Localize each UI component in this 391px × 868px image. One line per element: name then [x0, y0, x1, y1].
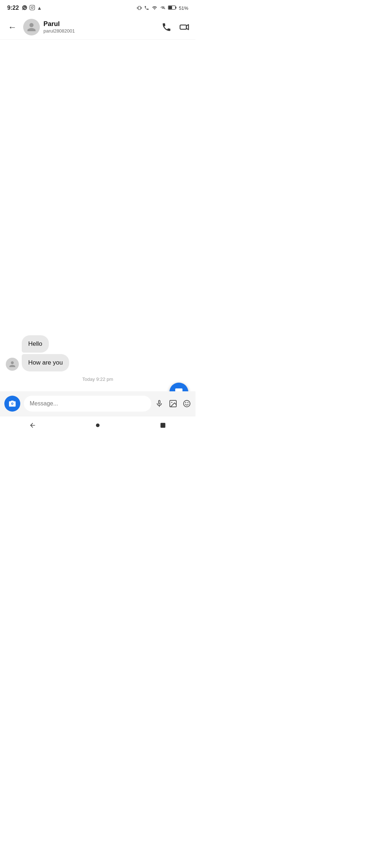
status-time: 9:22 [7, 5, 19, 11]
message-bubble: How are you [22, 354, 69, 371]
nav-back-button[interactable] [29, 422, 36, 429]
instagram-status-icon [29, 5, 35, 12]
contact-avatar [23, 19, 40, 35]
chat-area: Hello How are you Today 9:22 pm [0, 40, 196, 387]
svg-point-13 [96, 424, 100, 427]
camera-button[interactable] [4, 396, 20, 412]
svg-rect-6 [180, 25, 186, 29]
signal-icon [160, 5, 166, 10]
input-bar [0, 391, 196, 416]
sender-avatar [6, 358, 19, 371]
a-status-icon: ▲ [37, 5, 42, 11]
svg-rect-0 [30, 5, 34, 10]
message-timestamp: Today 9:22 pm [6, 376, 190, 382]
contact-name: Parul [43, 20, 161, 28]
messages-container: Hello How are you Today 9:22 pm [6, 335, 190, 383]
svg-point-10 [184, 400, 190, 407]
svg-point-9 [171, 402, 172, 403]
message-input[interactable] [24, 396, 151, 412]
nav-bar [0, 416, 196, 434]
message-row: How are you [6, 354, 190, 371]
contact-info: Parul parul28082001 [43, 20, 161, 34]
vibrate-icon [137, 5, 142, 11]
sticker-button[interactable] [182, 399, 191, 408]
svg-point-1 [31, 7, 33, 8]
battery-percent: 51% [179, 5, 188, 11]
chat-header: ← Parul parul28082001 [0, 14, 196, 40]
status-right-icons: 51% [137, 5, 188, 11]
svg-rect-14 [160, 423, 165, 427]
phone-call-button[interactable] [161, 22, 172, 32]
mic-button[interactable] [155, 399, 164, 408]
svg-point-2 [33, 6, 34, 7]
whatsapp-status-icon [22, 5, 28, 12]
wifi-call-icon [144, 5, 149, 11]
nav-home-button[interactable] [94, 422, 101, 429]
video-call-button[interactable] [179, 22, 190, 32]
input-actions [155, 399, 191, 408]
svg-marker-7 [186, 25, 189, 30]
header-actions [161, 22, 190, 32]
nav-recent-button[interactable] [159, 422, 167, 429]
message-bubble: Hello [22, 335, 49, 353]
battery-icon [168, 5, 177, 11]
contact-username: parul28082001 [43, 28, 161, 34]
svg-rect-5 [169, 6, 172, 9]
gallery-button[interactable] [169, 399, 177, 408]
svg-rect-4 [176, 7, 177, 8]
message-row: Hello [6, 335, 190, 353]
back-button[interactable]: ← [6, 21, 19, 34]
wifi-icon [151, 5, 158, 10]
status-bar: 9:22 ▲ 51% [0, 0, 196, 14]
